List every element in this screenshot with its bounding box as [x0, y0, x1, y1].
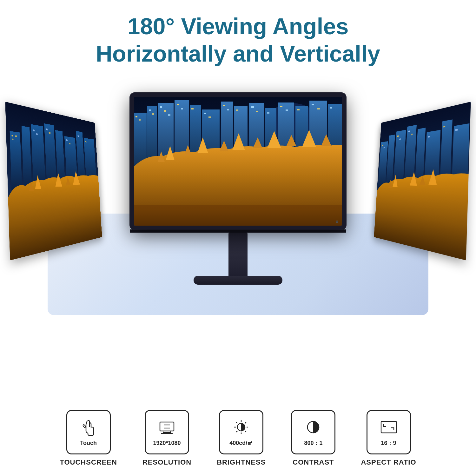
monitor-camera-dot	[336, 221, 338, 223]
svg-rect-80	[251, 106, 254, 108]
monitor-neck	[228, 233, 248, 277]
svg-rect-100	[134, 205, 342, 226]
svg-rect-87	[317, 108, 320, 109]
svg-rect-65	[136, 116, 137, 117]
spec-value-touch: Touch	[80, 440, 97, 446]
resolution-icon	[157, 418, 176, 437]
svg-rect-101	[160, 422, 174, 431]
spec-icon-box-touch: Touch	[66, 410, 111, 454]
contrast-icon	[304, 418, 323, 437]
svg-rect-83	[280, 106, 282, 107]
spec-aspect-ratio: 16：9 ASPECT RATIO	[361, 410, 416, 466]
spec-label-resolution: RESOLUTION	[142, 458, 191, 466]
svg-rect-69	[160, 106, 162, 108]
touch-icon	[79, 418, 98, 437]
spec-brightness: 400cd/㎡ BRIGHTNESS	[217, 410, 266, 466]
svg-rect-68	[152, 113, 154, 115]
spec-label-touch: TOUCHSCREEN	[60, 458, 117, 466]
spec-label-aspect: ASPECT RATIO	[361, 458, 416, 466]
monitor-screen-svg	[134, 97, 342, 226]
header: 180° Viewing Angles Horizontally and Ver…	[0, 0, 476, 74]
right-viewing-panel	[374, 102, 471, 260]
product-area	[0, 74, 476, 334]
left-viewing-panel	[5, 102, 102, 260]
spec-icon-box-contrast: 800：1	[291, 410, 335, 454]
svg-rect-88	[330, 107, 332, 109]
spec-resolution: 1920*1080 RESOLUTION	[142, 410, 191, 466]
spec-value-resolution: 1920*1080	[153, 440, 181, 446]
header-title-line2: Horizontally and Vertically	[0, 40, 476, 67]
svg-rect-75	[204, 113, 206, 114]
svg-rect-79	[236, 109, 238, 111]
svg-rect-76	[208, 116, 211, 118]
svg-line-114	[236, 422, 238, 424]
spec-contrast: 800：1 CONTRAST	[291, 410, 335, 466]
svg-rect-67	[149, 109, 151, 111]
svg-rect-72	[177, 104, 179, 105]
left-cityscape	[5, 102, 102, 260]
spec-icon-box-brightness: 400cd/㎡	[219, 410, 263, 454]
svg-rect-85	[297, 109, 300, 110]
left-cityscape-svg	[5, 102, 102, 260]
spec-icon-box-aspect: 16：9	[367, 410, 411, 454]
spec-icon-box-resolution: 1920*1080	[145, 410, 189, 454]
svg-rect-71	[168, 114, 170, 116]
svg-rect-84	[286, 109, 288, 111]
spec-value-brightness: 400cd/㎡	[229, 439, 253, 447]
spec-touchscreen: Touch TOUCHSCREEN	[60, 410, 117, 466]
monitor-container	[130, 93, 346, 285]
spec-label-contrast: CONTRAST	[293, 458, 334, 466]
spec-value-contrast: 800：1	[304, 439, 322, 447]
spec-label-brightness: BRIGHTNESS	[217, 458, 266, 466]
svg-rect-74	[191, 108, 194, 109]
monitor-frame	[130, 93, 346, 229]
svg-rect-77	[223, 105, 225, 106]
svg-rect-73	[181, 108, 183, 109]
aspect-ratio-icon	[379, 418, 398, 437]
svg-rect-120	[381, 421, 396, 433]
svg-line-115	[245, 431, 246, 432]
monitor-base	[194, 276, 282, 285]
right-cityscape-svg	[374, 102, 471, 260]
svg-rect-82	[267, 112, 269, 114]
monitor-screen	[134, 97, 342, 226]
svg-rect-70	[164, 110, 166, 112]
svg-rect-81	[256, 111, 258, 112]
svg-rect-78	[227, 109, 229, 110]
right-cityscape	[374, 102, 471, 260]
svg-line-116	[245, 422, 246, 424]
svg-rect-66	[139, 119, 141, 121]
header-title-line1: 180° Viewing Angles	[0, 13, 476, 40]
specs-section: Touch TOUCHSCREEN 1920*1080 RESOLUTION	[0, 410, 476, 466]
spec-value-aspect: 16：9	[381, 439, 396, 447]
monitor-chin	[130, 229, 346, 233]
svg-rect-86	[312, 104, 314, 105]
brightness-icon	[232, 418, 251, 437]
svg-line-117	[236, 431, 238, 432]
